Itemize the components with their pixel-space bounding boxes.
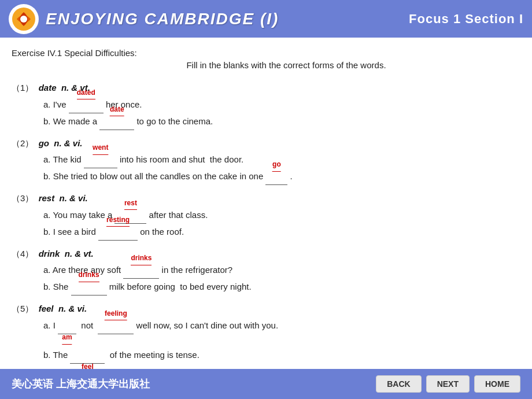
q3b-blank: resting: [98, 224, 138, 241]
q2-sentence-b: b. She tried to blow out all the candles…: [43, 168, 515, 185]
exercise-title: Exercise IV.1 Special Difficulties:: [12, 48, 515, 58]
q4a-answer: drinks: [131, 252, 152, 265]
home-button[interactable]: HOME: [474, 375, 520, 393]
footer-buttons: BACK NEXT HOME: [376, 375, 520, 393]
q2b-answer: go: [272, 158, 281, 172]
q1a-answer: dated: [77, 87, 95, 100]
q5a-blank1: am: [58, 318, 76, 334]
header: ENJOYING CAMBRIDGE (I) Focus 1 Section I: [0, 0, 532, 38]
header-left: ENJOYING CAMBRIDGE (I): [9, 4, 279, 34]
q2-header: （2） go n. & vi.: [12, 136, 515, 151]
main-content: Exercise IV.1 Special Difficulties: Fill…: [0, 38, 532, 369]
q4-num: （4）: [12, 249, 34, 258]
q4a-blank: drinks: [123, 263, 159, 279]
q5-pos: n. & vi.: [58, 304, 87, 313]
q4b-answer: drinks: [79, 269, 99, 282]
q4b-blank: drinks: [71, 279, 107, 295]
question-4: （4） drink n. & vt. a. Are there any soft…: [12, 246, 515, 296]
q2b-blank: go: [265, 169, 287, 185]
q5b-blank: feel: [70, 348, 105, 364]
q5-sentence-b: b. The feel of the meeting is tense.: [43, 347, 515, 364]
q3-header: （3） rest n. & vi.: [12, 191, 515, 206]
q2-pos: n. & vi.: [54, 138, 82, 148]
q2a-blank: went: [84, 152, 117, 168]
q2-word: go: [39, 138, 49, 148]
q5b-answer: feel: [82, 361, 94, 369]
svg-point-1: [20, 16, 27, 23]
q1-word: date: [39, 83, 57, 93]
q4-header: （4） drink n. & vt.: [12, 246, 515, 261]
back-button[interactable]: BACK: [376, 375, 421, 393]
q3-sentence-b: b. I see a bird resting on the roof.: [43, 224, 515, 241]
q5-num: （5）: [12, 304, 34, 313]
q5-sentence-a: a. I am not feeling well now, so I can't…: [43, 317, 515, 334]
logo: [9, 4, 39, 34]
question-3: （3） rest n. & vi. a. You may take a rest…: [12, 191, 515, 241]
q1-num: （1）: [12, 83, 34, 93]
q4-sentence-b: b. She drinks milk before going to bed e…: [43, 279, 515, 295]
q1b-blank: date: [99, 114, 134, 130]
q5-header: （5） feel n. & vi.: [12, 301, 515, 316]
q2a-answer: went: [93, 142, 108, 155]
q3-pos: n. & vi.: [60, 193, 88, 203]
q5a-answer2: feeling: [105, 308, 127, 321]
exercise-subtitle: Fill in the blanks with the correct form…: [58, 60, 515, 70]
focus-section: Focus 1 Section I: [409, 12, 523, 27]
q1-sentence-b: b. We made a date to go to the cinema.: [43, 113, 515, 130]
footer-brand: 美心英语 上海交通大学出版社: [12, 377, 150, 391]
app-title: ENJOYING CAMBRIDGE (I): [46, 10, 279, 28]
question-2: （2） go n. & vi. a. The kid went into his…: [12, 136, 515, 186]
q4-sentence-a: a. Are there any soft drinks in the refr…: [43, 262, 515, 279]
footer: 美心英语 上海交通大学出版社 BACK NEXT HOME: [0, 369, 532, 399]
question-5: （5） feel n. & vi. a. I am not feeling we…: [12, 301, 515, 364]
q3b-answer: resting: [106, 214, 130, 227]
q3-num: （3）: [12, 193, 34, 203]
q4-word: drink: [39, 249, 60, 258]
q2-num: （2）: [12, 138, 34, 148]
q5a-blank2: feeling: [98, 318, 134, 334]
question-1: （1） date n. & vt. a. I've dated her once…: [12, 80, 515, 130]
q5-word: feel: [39, 304, 54, 313]
q3-word: rest: [39, 193, 55, 203]
q3a-answer: rest: [124, 197, 137, 210]
q1a-blank: dated: [69, 97, 104, 113]
q1b-answer: date: [110, 104, 124, 117]
q5a-answer1: am: [62, 331, 72, 345]
q4-pos: n. & vt.: [65, 249, 94, 258]
next-button[interactable]: NEXT: [426, 375, 470, 393]
